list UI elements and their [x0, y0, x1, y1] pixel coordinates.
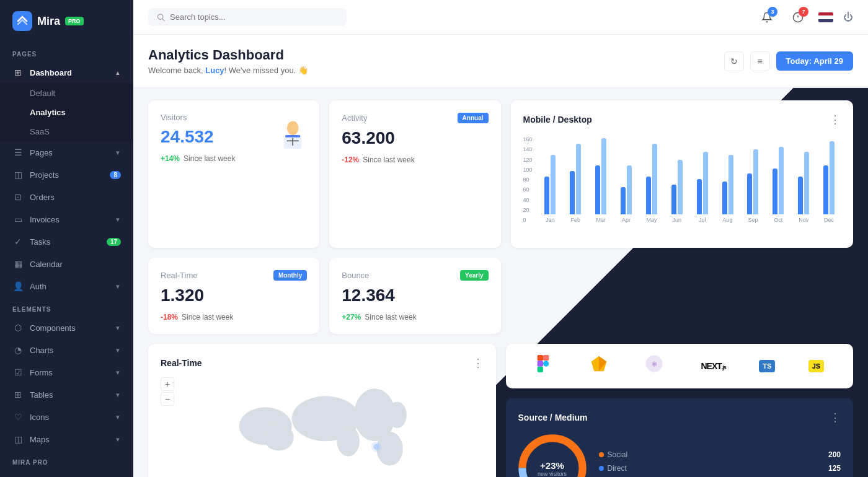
- svg-point-16: [388, 401, 407, 428]
- date-range-button[interactable]: Today: April 29: [776, 51, 853, 71]
- sidebar-item-forms[interactable]: ☑ Forms ▼: [0, 361, 133, 383]
- header-actions: 3 7 ⏻: [756, 7, 853, 28]
- chevron-down-icon-forms: ▼: [115, 369, 121, 376]
- bar-pair-jun: [671, 128, 683, 214]
- sidebar-item-icons[interactable]: ♡ Icons ▼: [0, 406, 133, 428]
- map-zoom-in-button[interactable]: +: [161, 377, 174, 391]
- alerts-button[interactable]: 7: [787, 7, 808, 28]
- sidebar-item-auth[interactable]: 👤 Auth ▼: [0, 275, 133, 297]
- sidebar-item-calendar[interactable]: ▦ Calendar: [0, 253, 133, 275]
- sidebar-item-invoices[interactable]: ▭ Invoices ▼: [0, 208, 133, 230]
- bar-group-jul: Jul: [691, 128, 714, 223]
- bar-dark-sep: [747, 173, 752, 214]
- language-flag[interactable]: [818, 12, 833, 22]
- page-subtitle: Welcome back, Lucy! We've missed you. 👋: [148, 66, 308, 75]
- bar-dark-apr: [621, 187, 626, 214]
- bar-label-jul: Jul: [699, 217, 706, 223]
- sidebar-label-dashboard: Dashboard: [30, 68, 72, 77]
- sidebar-subitem-saas[interactable]: SaaS: [0, 122, 133, 141]
- map-zoom-out-button[interactable]: −: [161, 392, 174, 406]
- calendar-icon: ▦: [12, 258, 24, 269]
- sidebar-label-auth: Auth: [30, 282, 46, 291]
- bar-group-mar: Mar: [589, 128, 613, 223]
- power-button[interactable]: ⏻: [843, 12, 853, 23]
- activity-change-label: Since last week: [363, 155, 414, 164]
- sidebar-item-projects[interactable]: ◫ Projects 8: [0, 164, 133, 186]
- forms-icon: ☑: [12, 367, 24, 378]
- sidebar-item-dashboard[interactable]: ⊞ Dashboard ▲: [0, 61, 133, 84]
- elements-section-label: ELEMENTS: [0, 297, 133, 317]
- sidebar-subitem-analytics[interactable]: Analytics: [0, 103, 133, 122]
- bar-light-jun: [678, 160, 683, 214]
- realtime-footer: -18% Since last week: [161, 313, 307, 322]
- visitors-card: Visitors 24.532 +14% Since last week: [148, 100, 319, 248]
- maps-icon: ◫: [12, 434, 24, 445]
- donut-center-label: new visitors: [538, 471, 567, 477]
- notifications-button[interactable]: 3: [756, 7, 777, 28]
- bar-group-dec: Dec: [817, 128, 841, 223]
- y-label-40: 40: [523, 197, 533, 203]
- charts-icon: ◔: [12, 344, 24, 356]
- chevron-up-icon: ▲: [115, 69, 121, 76]
- page-title: Analytics Dashboard: [148, 47, 308, 63]
- search-wrapper[interactable]: [148, 8, 347, 26]
- right-bottom-col: ⚛ NEXT.js TS JS Source / Medium ⋮: [506, 344, 854, 477]
- filter-button[interactable]: ≡: [750, 51, 770, 71]
- sidebar-item-tables[interactable]: ⊞ Tables ▼: [0, 383, 133, 406]
- realtime-label: Real-Time: [161, 271, 197, 280]
- bar-label-sep: Sep: [748, 217, 758, 223]
- activity-card: Activity Annual 63.200 -12% Since last w…: [329, 100, 500, 248]
- bar-label-jun: Jun: [673, 217, 682, 223]
- bar-light-aug: [728, 155, 733, 214]
- components-icon: ⬡: [12, 322, 24, 333]
- bar-group-aug: Aug: [716, 128, 740, 223]
- map-menu[interactable]: ⋮: [472, 356, 484, 370]
- activity-tag: Annual: [458, 113, 489, 123]
- svg-rect-7: [285, 135, 300, 138]
- sidebar-item-orders[interactable]: ⊡ Orders: [0, 186, 133, 208]
- chart-menu-mobile[interactable]: ⋮: [830, 113, 841, 126]
- sidebar-item-tasks[interactable]: ✓ Tasks 17: [0, 230, 133, 253]
- sidebar: Mira PRO PAGES ⊞ Dashboard ▲ Default Ana…: [0, 0, 133, 477]
- icons-icon: ♡: [12, 411, 24, 422]
- bar-dark-oct: [773, 168, 777, 214]
- redux-logo: ⚛: [645, 355, 668, 377]
- bar-label-mar: Mar: [596, 217, 606, 223]
- dashboard-submenu: Default Analytics SaaS: [0, 84, 133, 141]
- bar-dark-aug: [722, 182, 727, 214]
- y-label-160: 160: [523, 136, 533, 142]
- bar-pair-jan: [544, 128, 556, 214]
- search-input[interactable]: [170, 12, 338, 22]
- donut-center-value: +23%: [538, 460, 567, 471]
- sidebar-subitem-default[interactable]: Default: [0, 84, 133, 103]
- pages-section-label: PAGES: [0, 42, 133, 61]
- bar-pair-nov: [798, 128, 809, 214]
- y-label-0: 0: [523, 217, 533, 223]
- chart-placeholder: [511, 258, 854, 334]
- visitors-change-label: Since last week: [184, 154, 235, 163]
- bar-group-nov: Nov: [792, 128, 815, 223]
- legend-social: Social 200: [599, 450, 841, 459]
- activity-label: Activity: [342, 113, 367, 123]
- activity-footer: -12% Since last week: [342, 155, 488, 164]
- sidebar-item-charts[interactable]: ◔ Charts ▼: [0, 339, 133, 361]
- bar-light-feb: [576, 144, 581, 214]
- bar-light-sep: [753, 149, 758, 214]
- bar-label-jan: Jan: [546, 217, 555, 223]
- bars-container: JanFebMarAprMayJunJulAugSepOctNovDec: [539, 136, 841, 235]
- sidebar-item-pages[interactable]: ☰ Pages ▼: [0, 141, 133, 164]
- bar-light-jan: [551, 155, 556, 214]
- bar-label-feb: Feb: [571, 217, 581, 223]
- sidebar-label-charts: Charts: [30, 346, 53, 355]
- sidebar-label-invoices: Invoices: [30, 215, 60, 224]
- source-medium-menu[interactable]: ⋮: [830, 411, 841, 424]
- sidebar-label-forms: Forms: [30, 368, 53, 377]
- sidebar-item-maps[interactable]: ◫ Maps ▼: [0, 428, 133, 450]
- bar-label-nov: Nov: [799, 217, 808, 223]
- sidebar-item-components[interactable]: ⬡ Components ▼: [0, 317, 133, 339]
- realtime-change: -18%: [161, 313, 178, 322]
- notifications-badge: 3: [768, 7, 777, 17]
- bounce-tag: Yearly: [460, 270, 488, 281]
- bar-pair-jul: [697, 128, 708, 214]
- refresh-button[interactable]: ↻: [724, 51, 744, 71]
